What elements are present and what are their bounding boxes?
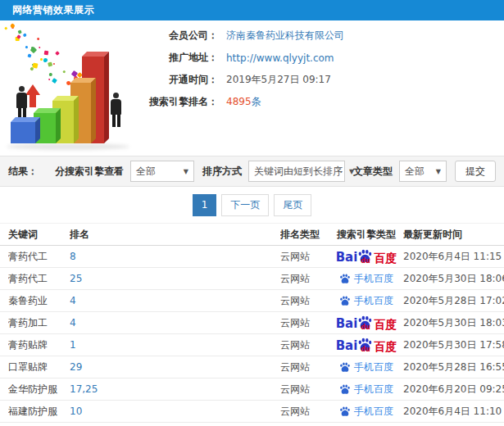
next-page-button[interactable]: 下一页 (221, 194, 269, 216)
mobile-baidu-label: 手机百度 (354, 360, 393, 374)
updated-cell: 2020年6月20日 09:25 (403, 383, 504, 397)
confetti-dot (38, 47, 40, 49)
rank-type-cell: 云网站 (280, 316, 329, 330)
baidu-paw-icon: du (357, 249, 373, 264)
rank-link[interactable]: 8 (70, 251, 76, 262)
confetti-dot (66, 81, 70, 85)
rank-link[interactable]: 25 (70, 273, 82, 284)
baidu-cn-text: 百度 (374, 341, 397, 352)
promotion-url-value[interactable]: http://www.qlyyjt.com (226, 52, 334, 64)
engine-filter-select[interactable]: 全部 ▼ (130, 161, 194, 182)
baidu-logo[interactable]: Baidu百度 (336, 249, 397, 264)
sort-label: 排序方式 (202, 165, 242, 179)
chevron-down-icon: ▼ (184, 168, 188, 175)
confetti-dot (43, 58, 48, 62)
table-row: 膏药加工4云网站Baidu百度2020年5月30日 18:03 (0, 312, 504, 334)
illustration-shadow (7, 143, 129, 150)
info-row-engine-rank-count: 搜索引擎排名：4895条 (146, 91, 504, 113)
rank-type-cell: 云网站 (280, 360, 329, 374)
engine-rank-count-label: 搜索引擎排名： (146, 95, 218, 109)
col-header-keyword: 关键词 (8, 228, 70, 242)
confetti-dot (17, 29, 21, 34)
rank-link[interactable]: 29 (70, 361, 82, 373)
info-row-promotion-url: 推广地址：http://www.qlyyjt.com (146, 47, 504, 69)
table-header-row: 关键词 排名 排名类型 搜索引擎类型 最新更新时间 (0, 223, 504, 246)
table-row: 金华防护服17,25云网站手机百度2020年6月20日 09:25 (0, 378, 504, 401)
rank-link[interactable]: 17,25 (70, 383, 98, 395)
baidu-logo[interactable]: Baidu百度 (336, 315, 397, 330)
col-header-rank: 排名 (70, 228, 280, 242)
keyword-cell: 秦鲁药业 (8, 294, 70, 308)
updated-cell: 2020年5月30日 18:06 (403, 272, 504, 286)
chevron-down-icon: ▼ (436, 168, 441, 175)
updated-cell: 2020年5月30日 17:58 (403, 338, 504, 352)
bar-1 (11, 122, 35, 143)
confetti-dot (22, 33, 27, 38)
baidu-bai-text: Bai (336, 318, 358, 330)
engine-filter-value: 全部 (136, 165, 177, 179)
rank-link[interactable]: 4 (70, 295, 76, 306)
mobile-baidu-logo[interactable]: 手机百度 (339, 405, 393, 419)
pagination: 1 下一页 尾页 (0, 187, 504, 223)
mobile-baidu-label: 手机百度 (354, 405, 393, 419)
last-page-button[interactable]: 尾页 (274, 194, 311, 216)
mobile-baidu-logo[interactable]: 手机百度 (339, 360, 393, 374)
confetti-dot (52, 78, 57, 84)
promotion-url-label: 推广地址： (146, 51, 218, 65)
rank-link[interactable]: 10 (70, 406, 82, 417)
table-body: 膏药代工8云网站Baidu百度2020年6月4日 11:15膏药代工25云网站手… (0, 246, 504, 426)
table-row: 膏药代工25云网站手机百度2020年5月30日 18:06 (0, 268, 504, 290)
table-row: 秦鲁药业4云网站手机百度2020年5月28日 17:02 (0, 290, 504, 312)
keyword-cell: 膏药贴牌 (8, 338, 70, 352)
engine-filter-label: 分搜索引擎查看 (55, 165, 124, 179)
baidu-cn-text: 百度 (374, 252, 397, 264)
info-fields: 会员公司：济南秦鲁药业科技有限公司推广地址：http://www.qlyyjt.… (146, 20, 504, 113)
growth-arrow-icon (25, 84, 40, 109)
rank-link[interactable]: 1 (70, 339, 76, 351)
rank-cell: 4 (70, 295, 280, 306)
article-type-value: 全部 (405, 165, 429, 179)
open-time-value: 2019年5月27日 09:17 (226, 73, 331, 87)
rank-cell: 10 (70, 406, 280, 417)
article-type-select[interactable]: 全部 ▼ (399, 161, 447, 182)
col-header-engine-type: 搜索引擎类型 (329, 228, 403, 242)
engine-type-cell: 手机百度 (329, 360, 403, 374)
confetti-dot (33, 63, 39, 69)
confetti-dot (44, 51, 48, 55)
table-row: 膏药贴牌1云网站Baidu百度2020年5月30日 17:58 (0, 334, 504, 356)
mobile-baidu-logo[interactable]: 手机百度 (339, 383, 393, 397)
mobile-baidu-logo[interactable]: 手机百度 (339, 294, 393, 308)
results-label: 结果： (8, 165, 38, 179)
engine-type-cell: 手机百度 (329, 383, 403, 397)
engine-type-cell: Baidu百度 (329, 315, 403, 330)
member-company-label: 会员公司： (146, 29, 218, 43)
submit-button[interactable]: 提交 (455, 161, 496, 182)
mobile-baidu-logo[interactable]: 手机百度 (339, 272, 393, 286)
sort-select[interactable]: 关键词由短到长排序 ▼ (248, 161, 345, 182)
keyword-cell: 膏药加工 (8, 316, 70, 330)
open-time-label: 开通时间： (146, 73, 218, 87)
member-company-value[interactable]: 济南秦鲁药业科技有限公司 (226, 29, 344, 43)
keyword-cell: 口罩贴牌 (8, 360, 70, 374)
confetti-dot (48, 79, 50, 81)
table-row: 福建防护服10云网站手机百度2020年6月4日 11:10 (0, 401, 504, 423)
baidu-cn-text: 百度 (374, 319, 397, 330)
mobile-baidu-label: 手机百度 (354, 294, 393, 308)
info-row-open-time: 开通时间：2019年5月27日 09:17 (146, 69, 504, 91)
rank-type-cell: 云网站 (280, 383, 329, 397)
confetti-dot (28, 54, 32, 58)
baidu-logo[interactable]: Baidu百度 (336, 338, 397, 352)
col-header-rank-type: 排名类型 (280, 228, 329, 242)
rank-link[interactable]: 4 (70, 317, 76, 329)
mobile-baidu-label: 手机百度 (354, 272, 393, 286)
rank-type-cell: 云网站 (280, 294, 329, 308)
keyword-cell: 膏药代工 (8, 272, 70, 286)
rank-type-cell: 云网站 (280, 405, 329, 419)
baidu-paw-icon: du (357, 315, 373, 330)
baidu-bai-text: Bai (336, 340, 358, 352)
confetti-dot (55, 51, 60, 56)
businessman-right-icon (111, 93, 121, 127)
updated-cell: 2020年6月4日 11:15 (403, 250, 504, 264)
page-1-button[interactable]: 1 (193, 194, 217, 216)
table-row: 膏药代工8云网站Baidu百度2020年6月4日 11:15 (0, 246, 504, 268)
